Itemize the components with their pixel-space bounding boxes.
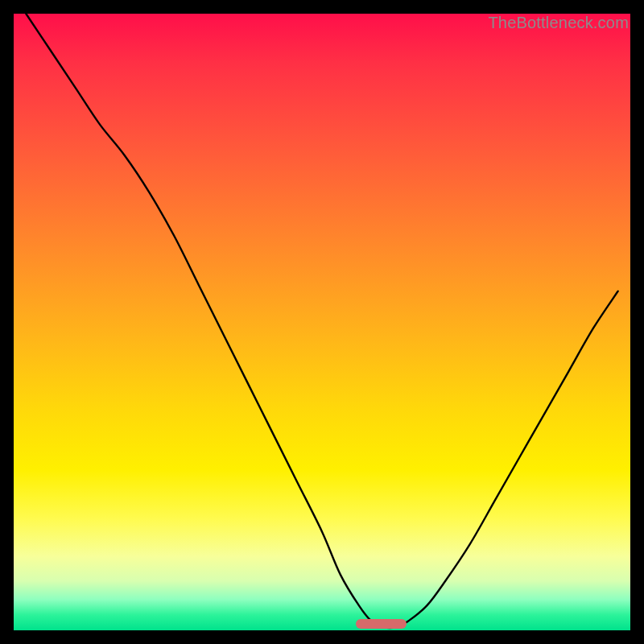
- plot-area: TheBottleneck.com: [14, 14, 630, 630]
- chart-frame: TheBottleneck.com: [0, 0, 644, 644]
- bottleneck-curve: [14, 14, 630, 630]
- optimal-marker: [356, 619, 407, 629]
